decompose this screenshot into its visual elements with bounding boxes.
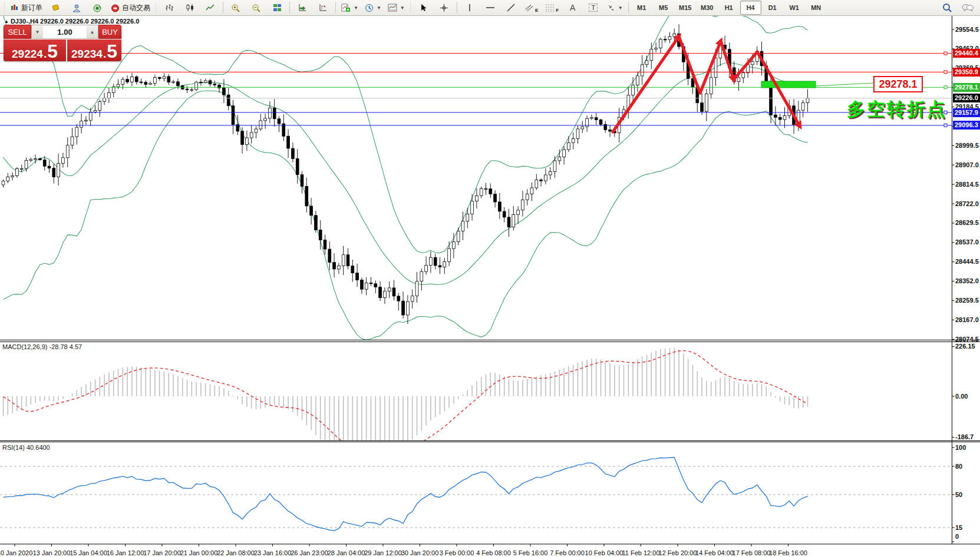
price-line-label-29157.9[interactable]: 29157.9 — [953, 108, 980, 117]
community-button[interactable] — [67, 1, 87, 15]
price-line-label-29440.4[interactable]: 29440.4 — [953, 49, 980, 58]
timeframe-button-mn[interactable]: MN — [806, 1, 827, 15]
templates-button[interactable]: ▼ — [385, 1, 408, 15]
favorites-button[interactable] — [46, 1, 66, 15]
periods-button[interactable]: ▼ — [362, 1, 384, 15]
time-axis-label: 17 Feb 08:00 — [732, 549, 771, 556]
time-axis-label: 13 Jan 20:00 — [33, 549, 71, 556]
time-axis-label: 29 Jan 12:00 — [364, 549, 402, 556]
volume-control: ▼ 1.00 ▲ — [31, 25, 98, 39]
label-button[interactable]: T — [583, 1, 603, 15]
text-tool-glyph: A — [570, 3, 575, 12]
sell-label: SELL — [8, 28, 27, 37]
buy-price-main: 29234 — [71, 48, 103, 59]
text-button[interactable]: A — [563, 1, 583, 15]
sell-price-button[interactable]: 29224.5 — [4, 39, 66, 61]
timeframe-button-m15[interactable]: M15 — [675, 1, 696, 15]
timeframe-button-m5[interactable]: M5 — [653, 1, 674, 15]
price-tick-label: 28444.5 — [955, 258, 980, 266]
rsi-tick-label: 15 — [955, 524, 980, 532]
macd-pane-splitter[interactable] — [0, 339, 980, 342]
chart-canvas[interactable] — [0, 16, 980, 557]
zoom-in-button[interactable] — [226, 1, 246, 15]
timeframe-button-w1[interactable]: W1 — [784, 1, 805, 15]
price-line-label-29226.0[interactable]: 29226.0 — [953, 94, 980, 102]
line-handle[interactable] — [944, 86, 947, 89]
tile-windows-button[interactable] — [267, 1, 287, 15]
zoom-out-button[interactable] — [246, 1, 266, 15]
dropdown-arrow-icon: ▼ — [354, 5, 358, 11]
toolbar: 新订单 自动交易 ▼ ▼ ▼ E F A T ▼ — [0, 0, 980, 16]
timeframe-button-m1[interactable]: M1 — [631, 1, 652, 15]
timeframe-button-m30[interactable]: M30 — [697, 1, 718, 15]
line-handle[interactable] — [944, 52, 947, 55]
signals-button[interactable] — [87, 1, 107, 15]
autotrading-button[interactable]: 自动交易 — [108, 1, 153, 15]
time-axis-label: 18 Feb 16:00 — [769, 549, 807, 556]
volume-decrease-button[interactable]: ▼ — [32, 25, 43, 38]
price-tick-label: 28722.0 — [955, 200, 980, 208]
rsi-pane-splitter[interactable] — [0, 439, 980, 442]
price-tick-label: 28352.0 — [955, 277, 980, 285]
one-click-trading-panel: SELL ▼ 1.00 ▲ BUY 29224.5 29234.5 — [4, 25, 121, 61]
new-order-button[interactable]: 新订单 — [8, 1, 45, 15]
chart-window: ▲DJ30-,H4 29226.0 29226.0 29226.0 29226.… — [0, 16, 980, 557]
search-button[interactable] — [937, 1, 957, 15]
buy-label: BUY — [102, 28, 118, 37]
chat-button[interactable] — [958, 1, 978, 15]
time-axis-label: 21 Jan 00:00 — [180, 549, 218, 556]
toolbar-grip[interactable] — [4, 2, 6, 14]
price-tick-label: 29554.5 — [955, 26, 980, 34]
auto-scroll-button[interactable] — [292, 1, 312, 15]
buy-price-dot: . — [103, 48, 106, 59]
price-line-label-29278.1[interactable]: 29278.1 — [953, 83, 980, 92]
autotrading-label: 自动交易 — [122, 3, 150, 13]
timeframe-button-h4[interactable]: H4 — [740, 1, 761, 15]
macd-histogram — [4, 348, 808, 455]
line-chart-button[interactable] — [200, 1, 220, 15]
time-axis-label: 10 Jan 2020 — [0, 549, 32, 556]
add-indicator-button[interactable]: ▼ — [338, 1, 361, 15]
line-handle[interactable] — [944, 71, 947, 74]
price-tick-label: 28814.5 — [955, 181, 980, 188]
volume-input[interactable]: 1.00 — [43, 25, 87, 38]
panel-collapse-icon[interactable]: ▲ — [4, 19, 9, 24]
buy-price-button[interactable]: 29234.5 — [67, 39, 121, 61]
macd-value: -28.78 — [49, 343, 67, 350]
time-axis-label: 3 Feb 00:00 — [440, 549, 474, 556]
time-axis-label: 30 Jan 20:00 — [401, 549, 439, 556]
new-order-label: 新订单 — [21, 3, 42, 13]
trendline-button[interactable] — [501, 1, 521, 15]
price-tick-label: 28999.5 — [955, 142, 980, 150]
arrows-button[interactable]: ▼ — [604, 1, 626, 15]
bar-chart-button[interactable] — [159, 1, 179, 15]
channel-button[interactable]: E — [522, 1, 542, 15]
buy-button[interactable]: BUY — [98, 25, 121, 39]
toolbar-grip[interactable] — [155, 2, 157, 14]
timeframe-bar: M1M5M15M30H1H4D1W1MN — [631, 1, 827, 15]
vertical-line-button[interactable] — [460, 1, 480, 15]
price-line-label-29096.3[interactable]: 29096.3 — [953, 121, 980, 130]
candlesticks-button[interactable] — [180, 1, 200, 15]
line-handle[interactable] — [944, 124, 947, 127]
price-annotation-box[interactable]: 29278.1 — [873, 76, 923, 92]
chart-title: ▲DJ30-,H4 29226.0 29226.0 29226.0 29226.… — [4, 18, 139, 25]
sell-button[interactable]: SELL — [4, 25, 31, 39]
timeframe-button-h1[interactable]: H1 — [718, 1, 740, 15]
cursor-button[interactable] — [414, 1, 434, 15]
price-line-label-29350.9[interactable]: 29350.9 — [953, 68, 980, 77]
fibonacci-button[interactable]: F — [542, 1, 562, 15]
crosshair-button[interactable] — [434, 1, 454, 15]
timeframe-button-d1[interactable]: D1 — [762, 1, 783, 15]
toolbar-grip[interactable] — [410, 2, 412, 14]
green-highlight-bar[interactable] — [761, 81, 816, 88]
time-axis-label: 23 Jan 16:00 — [254, 549, 292, 556]
horizontal-line-button[interactable] — [480, 1, 500, 15]
time-axis-label: 28 Jan 04:00 — [328, 549, 365, 556]
volume-increase-button[interactable]: ▲ — [87, 25, 98, 38]
chart-shift-button[interactable] — [313, 1, 333, 15]
time-axis-label: 10 Feb 04:00 — [585, 549, 623, 556]
turning-point-annotation[interactable]: 多空转折点 — [847, 97, 947, 122]
price-tick-label: 28537.0 — [955, 238, 980, 246]
new-order-icon — [11, 4, 19, 12]
